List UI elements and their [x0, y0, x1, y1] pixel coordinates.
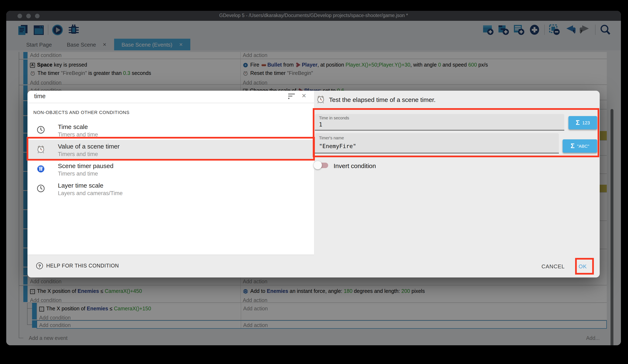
list-item-scene-timer-paused[interactable]: Scene timer paused Timers and time — [27, 159, 314, 179]
close-icon[interactable]: ✕ — [302, 92, 306, 99]
annotation-parameter-fields — [313, 108, 599, 157]
filter-icon[interactable] — [288, 94, 295, 99]
list-item-subtitle: Timers and time — [58, 171, 98, 177]
annotation-ok-button — [575, 258, 594, 275]
list-section-header: NON-OBJECTS AND OTHER CONDITIONS — [33, 110, 130, 115]
screenshot-root: GDevelop 5 - /Users/dkarakay/Documents/G… — [0, 0, 628, 364]
help-link[interactable]: ? HELP FOR THIS CONDITION — [36, 262, 119, 269]
annotation-selected-condition — [27, 137, 315, 161]
clock-icon — [37, 184, 45, 193]
list-item-subtitle: Layers and cameras/Time — [58, 190, 123, 196]
question-mark-icon: ? — [36, 262, 43, 269]
list-item-title: Layer time scale — [58, 182, 103, 189]
search-input[interactable] — [33, 92, 268, 100]
condition-list-pane: ✕ NON-OBJECTS AND OTHER CONDITIONS Time … — [27, 91, 314, 255]
cancel-button[interactable]: CANCEL — [542, 263, 565, 270]
condition-editor-dialog: ✕ NON-OBJECTS AND OTHER CONDITIONS Time … — [27, 91, 600, 277]
list-item-layer-time-scale[interactable]: Layer time scale Layers and cameras/Time — [27, 179, 314, 198]
condition-description-text: Test the elapsed time of a scene timer. — [329, 96, 436, 103]
clock-icon — [37, 126, 45, 134]
search-bar: ✕ — [27, 91, 314, 103]
list-item-title: Scene timer paused — [58, 162, 113, 169]
invert-condition-label: Invert condition — [334, 162, 376, 169]
pause-icon — [37, 165, 45, 173]
alarm-clock-icon — [316, 95, 325, 104]
condition-description: Test the elapsed time of a scene timer. — [316, 95, 436, 104]
help-label: HELP FOR THIS CONDITION — [46, 263, 119, 269]
toggle-knob[interactable] — [314, 161, 322, 169]
list-item-title: Time scale — [58, 123, 88, 130]
